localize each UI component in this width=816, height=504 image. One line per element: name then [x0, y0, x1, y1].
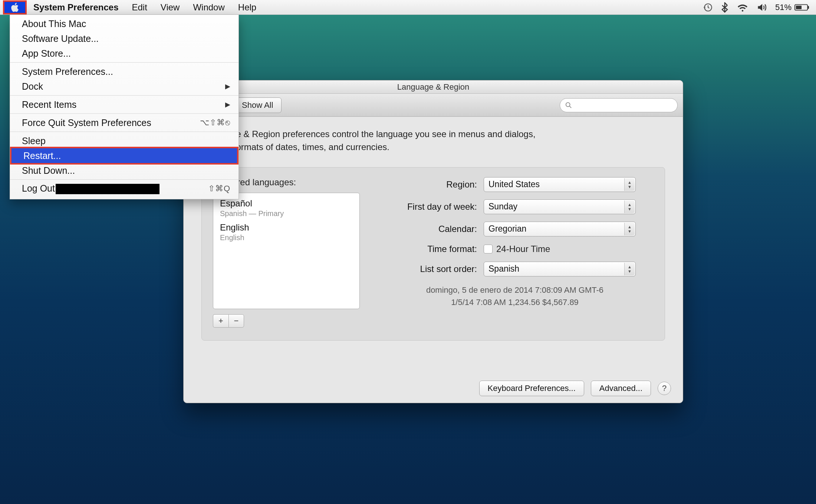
redacted-username — [56, 184, 159, 194]
keyboard-shortcut: ⌥⇧⌘⎋ — [200, 118, 230, 127]
apple-icon — [10, 3, 19, 12]
timemachine-icon[interactable] — [703, 3, 713, 12]
chevron-updown-icon: ▲▼ — [624, 200, 635, 213]
language-name: Español — [220, 198, 353, 209]
menu-separator — [10, 62, 238, 63]
chevron-updown-icon: ▲▼ — [624, 178, 635, 191]
menu-item-system-preferences[interactable]: System Preferences... — [10, 64, 238, 79]
sort-order-label: List sort order: — [376, 264, 484, 274]
sysprefs-window: Language & Region Show All Language & Re… — [183, 80, 683, 403]
window-title: Language & Region — [184, 80, 683, 94]
svg-rect-3 — [796, 6, 802, 9]
menu-item-app-store[interactable]: App Store... — [10, 46, 238, 61]
first-day-label: First day of week: — [376, 202, 484, 212]
select-value: Sunday — [488, 202, 517, 212]
time-format-checkbox[interactable]: 24-Hour Time — [484, 244, 550, 254]
menu-item-log-out[interactable]: Log Out ⇧⌘Q — [10, 181, 238, 196]
battery-icon — [794, 4, 809, 11]
menu-item-recent-items[interactable]: Recent Items▶ — [10, 97, 238, 112]
settings-panel: Preferred languages: Español Spanish — P… — [201, 167, 665, 341]
toolbar: Show All — [184, 94, 683, 117]
add-language-button[interactable]: + — [213, 314, 228, 328]
menu-separator — [10, 132, 238, 132]
remove-language-button[interactable]: − — [228, 314, 244, 328]
svg-rect-2 — [807, 6, 809, 9]
menu-item-about-mac[interactable]: About This Mac — [10, 16, 238, 31]
menu-separator — [10, 179, 238, 180]
region-label: Region: — [376, 179, 484, 190]
checkbox-icon — [484, 245, 493, 253]
list-item[interactable]: Español Spanish — Primary — [217, 196, 356, 220]
language-subtitle: English — [220, 233, 353, 242]
language-subtitle: Spanish — Primary — [220, 209, 353, 218]
menu-app-name[interactable]: System Preferences — [27, 0, 125, 15]
submenu-arrow-icon: ▶ — [225, 82, 230, 90]
keyboard-shortcut: ⇧⌘Q — [208, 184, 230, 193]
menu-separator — [10, 95, 238, 96]
add-remove-buttons: + − — [213, 314, 361, 328]
search-input[interactable] — [560, 98, 678, 112]
first-day-select[interactable]: Sunday ▲▼ — [484, 199, 636, 214]
battery-percent: 51% — [775, 3, 792, 12]
desktop: System Preferences Edit View Window Help… — [0, 0, 816, 504]
menu-view[interactable]: View — [154, 0, 187, 15]
menu-item-dock[interactable]: Dock▶ — [10, 79, 238, 94]
region-select[interactable]: United States ▲▼ — [484, 177, 636, 192]
menu-item-force-quit[interactable]: Force Quit System Preferences⌥⇧⌘⎋ — [10, 115, 238, 130]
window-footer: Keyboard Preferences... Advanced... ? — [479, 381, 671, 396]
list-item[interactable]: English English — [217, 220, 356, 244]
format-sample: domingo, 5 de enero de 2014 7:08:09 AM G… — [376, 284, 654, 308]
keyboard-preferences-button[interactable]: Keyboard Preferences... — [479, 381, 584, 396]
menubar: System Preferences Edit View Window Help… — [0, 0, 816, 15]
description-text: Language & Region preferences control th… — [201, 128, 665, 154]
menu-item-shut-down[interactable]: Shut Down... — [10, 163, 238, 178]
menu-edit[interactable]: Edit — [125, 0, 154, 15]
apple-menu-dropdown: About This Mac Software Update... App St… — [10, 15, 239, 199]
chevron-updown-icon: ▲▼ — [624, 223, 635, 235]
show-all-button[interactable]: Show All — [233, 97, 282, 113]
sort-order-select[interactable]: Spanish ▲▼ — [484, 262, 636, 276]
calendar-label: Calendar: — [376, 224, 484, 234]
menu-item-software-update[interactable]: Software Update... — [10, 31, 238, 46]
select-value: United States — [488, 179, 540, 189]
checkbox-label: 24-Hour Time — [496, 244, 550, 254]
apple-menu-button[interactable] — [3, 0, 27, 14]
calendar-select[interactable]: Gregorian ▲▼ — [484, 222, 636, 236]
menu-item-sleep[interactable]: Sleep — [10, 133, 238, 148]
chevron-updown-icon: ▲▼ — [624, 263, 635, 275]
menu-help[interactable]: Help — [231, 0, 263, 15]
advanced-button[interactable]: Advanced... — [591, 381, 651, 396]
content-area: Language & Region preferences control th… — [184, 117, 683, 349]
battery-status[interactable]: 51% — [775, 3, 809, 12]
bluetooth-icon[interactable] — [721, 2, 728, 13]
select-value: Spanish — [488, 264, 519, 274]
volume-icon[interactable] — [757, 3, 767, 12]
language-name: English — [220, 222, 353, 233]
help-button[interactable]: ? — [658, 382, 671, 395]
menu-item-restart[interactable]: Restart... — [11, 148, 237, 163]
select-value: Gregorian — [488, 224, 526, 234]
time-format-label: Time format: — [376, 244, 484, 254]
menu-window[interactable]: Window — [186, 0, 231, 15]
svg-point-4 — [566, 102, 570, 106]
wifi-icon[interactable] — [737, 3, 748, 12]
search-icon — [565, 102, 572, 109]
language-list[interactable]: Español Spanish — Primary English Englis… — [213, 193, 360, 309]
submenu-arrow-icon: ▶ — [225, 100, 230, 109]
menu-separator — [10, 113, 238, 114]
